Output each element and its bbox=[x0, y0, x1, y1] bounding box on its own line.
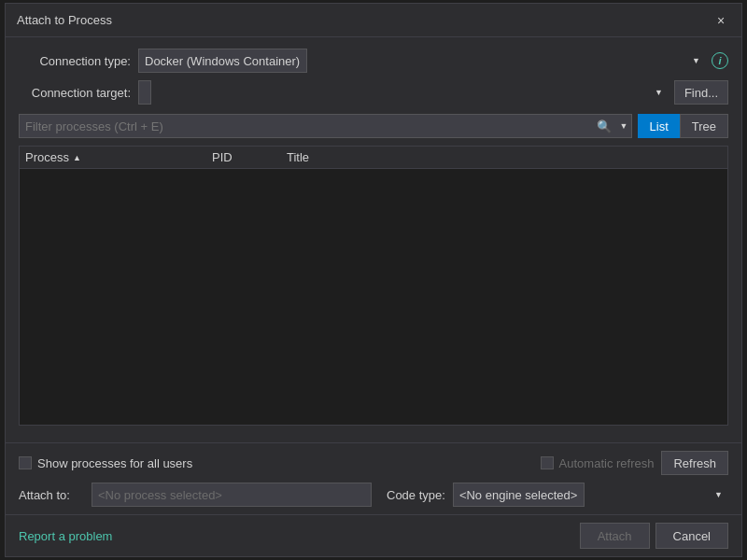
connection-target-select[interactable] bbox=[138, 80, 151, 105]
right-options: Automatic refresh Refresh bbox=[541, 451, 728, 475]
table-header: Process ▲ PID Title bbox=[20, 147, 727, 169]
search-dropdown-arrow[interactable]: ▼ bbox=[620, 121, 628, 131]
toolbar-row: 🔍 ▼ List Tree bbox=[19, 114, 728, 138]
find-button[interactable]: Find... bbox=[674, 80, 728, 105]
attach-to-process-dialog: Attach to Process × Connection type: Doc… bbox=[5, 3, 742, 557]
bottom-section: Show processes for all users Automatic r… bbox=[6, 442, 741, 514]
connection-target-select-wrapper bbox=[138, 80, 669, 105]
connection-type-select[interactable]: Docker (Windows Container)DefaultRemote … bbox=[138, 49, 307, 73]
process-table: Process ▲ PID Title bbox=[19, 146, 728, 426]
attach-to-label: Attach to: bbox=[19, 488, 84, 502]
connection-type-label: Connection type: bbox=[19, 54, 131, 68]
list-view-button[interactable]: List bbox=[638, 114, 680, 138]
options-row: Show processes for all users Automatic r… bbox=[19, 451, 728, 475]
process-list bbox=[20, 169, 727, 425]
connection-target-label: Connection target: bbox=[19, 86, 131, 100]
auto-refresh-label[interactable]: Automatic refresh bbox=[541, 456, 655, 470]
connection-type-row: Connection type: Docker (Windows Contain… bbox=[19, 49, 728, 73]
code-type-select-wrapper: <No engine selected>AutomaticManaged (.N… bbox=[453, 483, 728, 507]
footer-row: Report a problem Attach Cancel bbox=[6, 514, 741, 556]
pid-column-header[interactable]: PID bbox=[212, 150, 287, 164]
filter-input[interactable] bbox=[19, 114, 632, 138]
info-icon[interactable]: i bbox=[712, 52, 728, 69]
code-type-select[interactable]: <No engine selected>AutomaticManaged (.N… bbox=[453, 483, 585, 507]
action-buttons: Attach Cancel bbox=[580, 523, 728, 549]
dialog-title: Attach to Process bbox=[17, 13, 112, 27]
attach-action-button[interactable]: Attach bbox=[580, 523, 650, 549]
refresh-button[interactable]: Refresh bbox=[661, 451, 728, 475]
code-type-label: Code type: bbox=[387, 488, 445, 502]
tree-view-button[interactable]: Tree bbox=[680, 114, 728, 138]
search-icon: 🔍 bbox=[597, 119, 612, 133]
connection-target-container: Find... bbox=[138, 80, 728, 105]
process-column-header[interactable]: Process ▲ bbox=[25, 150, 212, 164]
show-all-users-label[interactable]: Show processes for all users bbox=[19, 456, 192, 470]
auto-refresh-checkbox[interactable] bbox=[541, 456, 554, 469]
title-column-header[interactable]: Title bbox=[287, 150, 722, 164]
filter-container: 🔍 ▼ bbox=[19, 114, 632, 138]
connection-type-select-wrapper: Docker (Windows Container)DefaultRemote … bbox=[138, 49, 706, 73]
close-button[interactable]: × bbox=[712, 11, 730, 30]
sort-indicator: ▲ bbox=[73, 153, 81, 162]
view-buttons: List Tree bbox=[638, 114, 728, 138]
show-all-users-checkbox[interactable] bbox=[19, 456, 32, 469]
attach-to-row: Attach to: Code type: <No engine selecte… bbox=[19, 483, 728, 507]
attach-to-input[interactable] bbox=[92, 483, 372, 507]
title-bar: Attach to Process × bbox=[6, 4, 741, 37]
connection-type-container: Docker (Windows Container)DefaultRemote … bbox=[138, 49, 728, 73]
dialog-content: Connection type: Docker (Windows Contain… bbox=[6, 37, 741, 442]
connection-target-row: Connection target: Find... bbox=[19, 80, 728, 105]
report-problem-link[interactable]: Report a problem bbox=[19, 529, 112, 543]
cancel-button[interactable]: Cancel bbox=[655, 523, 728, 549]
